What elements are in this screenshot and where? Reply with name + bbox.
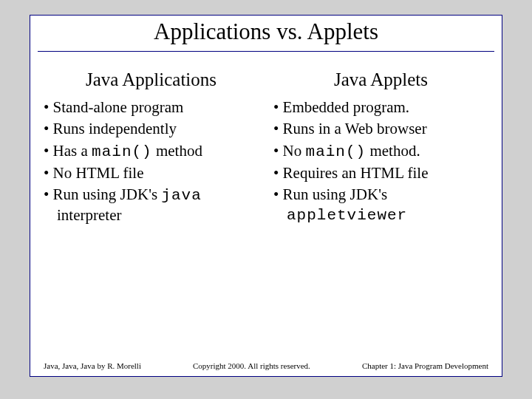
columns: Java Applications Stand-alone programRun…	[30, 52, 502, 228]
right-column: Java Applets Embedded program.Runs in a …	[273, 69, 488, 228]
left-column: Java Applications Stand-alone programRun…	[44, 69, 259, 228]
left-heading: Java Applications	[44, 69, 259, 90]
list-item: No main() method.	[273, 141, 488, 162]
footer-left: Java, Java, Java by R. Morelli	[44, 361, 141, 370]
list-item: Run using JDK's appletviewer	[273, 185, 488, 226]
footer: Java, Java, Java by R. Morelli Copyright…	[44, 361, 488, 370]
slide-title: Applications vs. Applets	[38, 18, 494, 45]
list-item: Requires an HTML file	[273, 163, 488, 183]
list-item: No HTML file	[44, 163, 259, 183]
footer-center: Copyright 2000. All rights reserved.	[193, 361, 310, 370]
list-item: Embedded program.	[273, 98, 488, 117]
right-list: Embedded program.Runs in a Web browserNo…	[273, 98, 488, 226]
list-item: Has a main() method	[44, 141, 259, 162]
slide: Applications vs. Applets Java Applicatio…	[30, 15, 502, 377]
right-heading: Java Applets	[273, 69, 488, 90]
list-item: Stand-alone program	[44, 98, 259, 117]
list-item: Runs in a Web browser	[273, 119, 488, 139]
title-box: Applications vs. Applets	[38, 16, 494, 52]
list-item: Run using JDK's java interpreter	[44, 185, 259, 226]
left-list: Stand-alone programRuns independentlyHas…	[44, 98, 259, 226]
list-item: Runs independently	[44, 119, 259, 139]
footer-right: Chapter 1: Java Program Development	[362, 361, 488, 370]
